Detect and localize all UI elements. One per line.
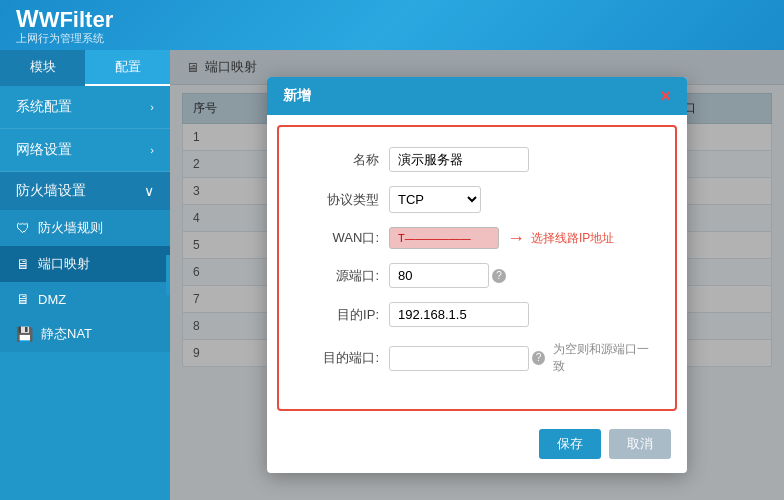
sidebar-section-network[interactable]: 网络设置 › [0,129,170,172]
wan-row: T—————— → 选择线路IP地址 [389,227,614,249]
wan-label: WAN口: [299,229,379,247]
source-port-input[interactable] [389,263,489,288]
sidebar-item-firewall-rules[interactable]: 🛡 防火墙规则 [0,210,170,246]
cancel-button[interactable]: 取消 [609,429,671,459]
sidebar-section-firewall-label: 防火墙设置 [16,182,86,200]
port-mapping-icon: 🖥 [16,256,30,272]
modal-overlay: 新增 × 名称 协议类型 TCP UDP TC [170,50,784,500]
modal-footer: 保存 取消 [267,421,687,473]
form-row-dest-port: 目的端口: ? 为空则和源端口一致 [299,341,655,375]
name-input[interactable] [389,147,529,172]
sidebar-section-firewall-arrow: ∨ [144,183,154,199]
sidebar-item-port-mapping[interactable]: 🖥 端口映射 [0,246,170,282]
source-port-help-icon[interactable]: ? [492,269,506,283]
sidebar-item-firewall-rules-label: 防火墙规则 [38,219,103,237]
content-area: 🖥 端口映射 序号 名称 WANIP 协议类型 源端口 123456789 [170,50,784,500]
sidebar-item-dmz-label: DMZ [38,292,66,307]
dest-port-label: 目的端口: [299,349,379,367]
app-title: WWFilter [16,5,113,33]
sidebar-section-network-label: 网络设置 [16,141,72,159]
sidebar-item-static-nat[interactable]: 💾 静态NAT [0,316,170,352]
tab-module[interactable]: 模块 [0,50,85,86]
logo-filter: WFilter [39,7,114,32]
sidebar-item-dmz[interactable]: 🖥 DMZ [0,282,170,316]
sidebar-item-static-nat-label: 静态NAT [41,325,92,343]
tab-config[interactable]: 配置 [85,50,170,86]
wan-input-box[interactable]: T—————— [389,227,499,249]
sidebar-section-firewall[interactable]: 防火墙设置 ∨ [0,172,170,210]
sidebar-menu: 系统配置 › 网络设置 › 防火墙设置 ∨ 🛡 防火墙规则 🖥 端口映射 🖥 [0,86,170,352]
sidebar-tabs: 模块 配置 [0,50,170,86]
dest-ip-label: 目的IP: [299,306,379,324]
dmz-icon: 🖥 [16,291,30,307]
app-header: WWFilter 上网行为管理系统 [0,0,784,50]
modal-header: 新增 × [267,77,687,115]
dest-port-help-icon[interactable]: ? [532,351,545,365]
sidebar-item-port-mapping-label: 端口映射 [38,255,90,273]
app-logo: WWFilter 上网行为管理系统 [16,5,113,46]
save-button[interactable]: 保存 [539,429,601,459]
protocol-label: 协议类型 [299,191,379,209]
sidebar-section-network-arrow: › [150,144,154,156]
form-row-dest-ip: 目的IP: [299,302,655,327]
static-nat-icon: 💾 [16,326,33,342]
form-row-wan: WAN口: T—————— → 选择线路IP地址 [299,227,655,249]
app-subtitle: 上网行为管理系统 [16,31,113,46]
dest-ip-input[interactable] [389,302,529,327]
form-row-source-port: 源端口: ? [299,263,655,288]
protocol-select[interactable]: TCP UDP TCP+UDP [389,186,481,213]
modal-title: 新增 [283,87,311,105]
source-port-label: 源端口: [299,267,379,285]
sidebar-section-system[interactable]: 系统配置 › [0,86,170,129]
dest-port-input[interactable] [389,346,529,371]
form-row-name: 名称 [299,147,655,172]
name-label: 名称 [299,151,379,169]
modal-body: 名称 协议类型 TCP UDP TCP+UDP WAN [277,125,677,411]
modal-dialog: 新增 × 名称 协议类型 TCP UDP TC [267,77,687,473]
form-row-protocol: 协议类型 TCP UDP TCP+UDP [299,186,655,213]
wan-hint-text: 选择线路IP地址 [531,230,614,247]
wan-arrow-icon: → [507,228,525,249]
sidebar-section-system-arrow: › [150,101,154,113]
logo-w: W [16,5,39,32]
dest-port-hint: 为空则和源端口一致 [553,341,655,375]
modal-close-button[interactable]: × [660,87,671,105]
sidebar-section-system-label: 系统配置 [16,98,72,116]
sidebar: 模块 配置 系统配置 › 网络设置 › 防火墙设置 ∨ 🛡 防火墙规则 🖥 [0,50,170,500]
firewall-rules-icon: 🛡 [16,220,30,236]
main-layout: 模块 配置 系统配置 › 网络设置 › 防火墙设置 ∨ 🛡 防火墙规则 🖥 [0,50,784,500]
